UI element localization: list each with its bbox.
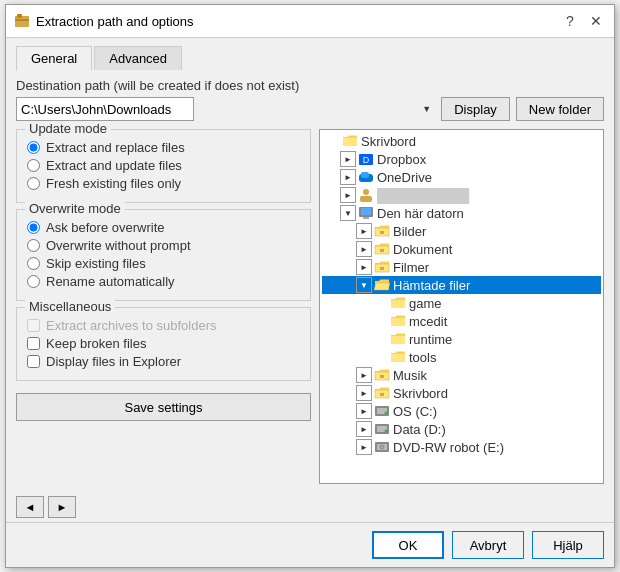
svg-rect-14 <box>380 267 384 270</box>
tree-item[interactable]: Skrivbord <box>322 132 601 150</box>
tree-item-label: ██████████ <box>377 188 469 203</box>
title-bar-controls: ? ✕ <box>560 11 606 31</box>
tree-left-arrow[interactable]: ◄ <box>16 496 44 518</box>
misc-option-2: Display files in Explorer <box>27 354 300 369</box>
overwrite-mode-option-1: Overwrite without prompt <box>27 238 300 253</box>
tree-item[interactable]: tools <box>322 348 601 366</box>
tree-item[interactable]: ►Skrivbord <box>322 384 601 402</box>
tree-folder-icon <box>390 331 406 347</box>
keep-broken-label[interactable]: Keep broken files <box>46 336 146 351</box>
tree-folder-icon <box>374 439 390 455</box>
new-folder-button[interactable]: New folder <box>516 97 604 121</box>
extract-subfolders-label[interactable]: Extract archives to subfolders <box>46 318 217 333</box>
extract-subfolders-checkbox[interactable] <box>27 319 40 332</box>
tree-item[interactable]: ▼Hämtade filer <box>322 276 601 294</box>
skip-existing-label[interactable]: Skip existing files <box>46 256 146 271</box>
tree-expand-icon[interactable]: ► <box>356 223 372 239</box>
tree-item[interactable]: ►DVD-RW robot (E:) <box>322 438 601 456</box>
tab-general[interactable]: General <box>16 46 92 71</box>
tree-expand-icon[interactable] <box>372 331 388 347</box>
extract-replace-label[interactable]: Extract and replace files <box>46 140 185 155</box>
fresh-existing-label[interactable]: Fresh existing files only <box>46 176 181 191</box>
tree-expand-icon[interactable]: ► <box>340 169 356 185</box>
tree-expand-icon[interactable] <box>372 295 388 311</box>
tree-item-label: OneDrive <box>377 170 432 185</box>
overwrite-noprompt-label[interactable]: Overwrite without prompt <box>46 238 191 253</box>
update-mode-title: Update mode <box>25 121 111 136</box>
extract-replace-radio[interactable] <box>27 141 40 154</box>
destination-path-section: Destination path (will be created if doe… <box>16 78 604 121</box>
ok-button[interactable]: OK <box>372 531 444 559</box>
tree-expand-icon[interactable]: ▼ <box>340 205 356 221</box>
display-explorer-checkbox[interactable] <box>27 355 40 368</box>
help-button[interactable]: Hjälp <box>532 531 604 559</box>
tree-item-label: Skrivbord <box>393 386 448 401</box>
tree-item[interactable]: ►OneDrive <box>322 168 601 186</box>
ask-before-radio[interactable] <box>27 221 40 234</box>
tree-item[interactable]: ►Bilder <box>322 222 601 240</box>
tree-item[interactable]: ►Musik <box>322 366 601 384</box>
overwrite-mode-option-2: Skip existing files <box>27 256 300 271</box>
tree-item-label: Dokument <box>393 242 452 257</box>
ask-before-label[interactable]: Ask before overwrite <box>46 220 165 235</box>
tree-expand-icon[interactable] <box>372 313 388 329</box>
tree-expand-icon[interactable]: ► <box>340 187 356 203</box>
tree-item[interactable]: ►Dokument <box>322 240 601 258</box>
file-tree-panel[interactable]: Skrivbord►DDropbox►OneDrive►██████████▼D… <box>319 129 604 484</box>
tree-item[interactable]: ►OS (C:) <box>322 402 601 420</box>
tree-folder-icon <box>390 313 406 329</box>
tree-item-label: Dropbox <box>377 152 426 167</box>
tree-expand-icon[interactable]: ► <box>340 151 356 167</box>
display-explorer-label[interactable]: Display files in Explorer <box>46 354 181 369</box>
svg-rect-1 <box>17 14 22 18</box>
skip-existing-radio[interactable] <box>27 257 40 270</box>
tree-item-label: Bilder <box>393 224 426 239</box>
tree-expand-icon[interactable] <box>324 133 340 149</box>
overwrite-noprompt-radio[interactable] <box>27 239 40 252</box>
tree-expand-icon[interactable]: ► <box>356 421 372 437</box>
svg-rect-8 <box>360 196 372 202</box>
tree-item-label: tools <box>409 350 436 365</box>
tree-expand-icon[interactable]: ▼ <box>356 277 372 293</box>
tree-expand-icon[interactable] <box>372 349 388 365</box>
save-settings-button[interactable]: Save settings <box>16 393 311 421</box>
keep-broken-checkbox[interactable] <box>27 337 40 350</box>
svg-rect-15 <box>380 375 384 378</box>
tree-expand-icon[interactable]: ► <box>356 367 372 383</box>
rename-auto-radio[interactable] <box>27 275 40 288</box>
tree-folder-icon <box>342 133 358 149</box>
tree-expand-icon[interactable]: ► <box>356 385 372 401</box>
dest-path-wrapper <box>16 97 435 121</box>
tree-item[interactable]: ►DDropbox <box>322 150 601 168</box>
tree-expand-icon[interactable]: ► <box>356 403 372 419</box>
tree-expand-icon[interactable]: ► <box>356 259 372 275</box>
tree-folder-icon <box>374 277 390 293</box>
cancel-button[interactable]: Avbryt <box>452 531 524 559</box>
dest-path-input[interactable] <box>16 97 194 121</box>
main-area: Update mode Extract and replace files Ex… <box>16 129 604 484</box>
svg-rect-6 <box>361 172 369 178</box>
tree-item[interactable]: ►██████████ <box>322 186 601 204</box>
extract-update-radio[interactable] <box>27 159 40 172</box>
tab-advanced[interactable]: Advanced <box>94 46 182 70</box>
tree-item[interactable]: game <box>322 294 601 312</box>
fresh-existing-radio[interactable] <box>27 177 40 190</box>
tree-item-label: Data (D:) <box>393 422 446 437</box>
display-button[interactable]: Display <box>441 97 510 121</box>
tree-folder-icon <box>358 187 374 203</box>
svg-rect-13 <box>380 249 384 252</box>
tree-right-arrow[interactable]: ► <box>48 496 76 518</box>
tree-item[interactable]: ►Data (D:) <box>322 420 601 438</box>
svg-rect-10 <box>361 208 371 215</box>
bottom-bar: OK Avbryt Hjälp <box>6 522 614 567</box>
extract-update-label[interactable]: Extract and update files <box>46 158 182 173</box>
rename-auto-label[interactable]: Rename automatically <box>46 274 175 289</box>
tree-item[interactable]: runtime <box>322 330 601 348</box>
tree-item[interactable]: ▼Den här datorn <box>322 204 601 222</box>
tree-expand-icon[interactable]: ► <box>356 439 372 455</box>
help-title-button[interactable]: ? <box>560 11 580 31</box>
tree-expand-icon[interactable]: ► <box>356 241 372 257</box>
tree-item[interactable]: ►Filmer <box>322 258 601 276</box>
close-title-button[interactable]: ✕ <box>586 11 606 31</box>
tree-item[interactable]: mcedit <box>322 312 601 330</box>
